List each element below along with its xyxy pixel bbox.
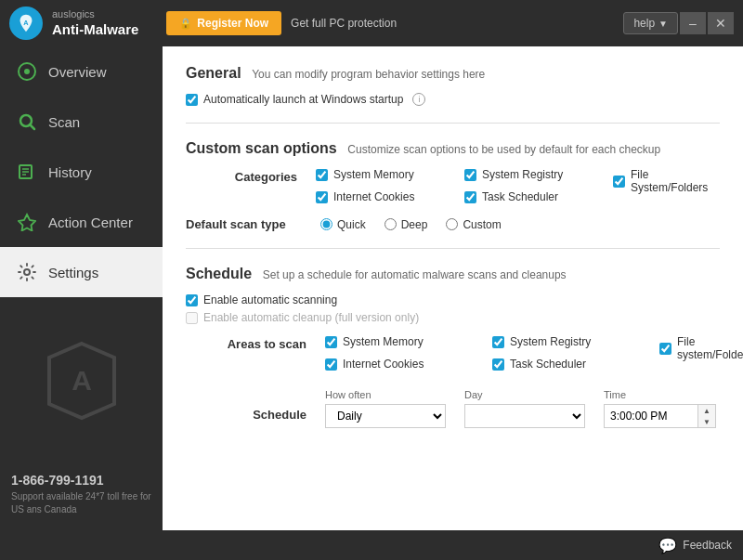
area-system-memory: System Memory — [325, 335, 474, 348]
system-memory-checkbox[interactable] — [316, 169, 328, 181]
area-internet-cookies-checkbox[interactable] — [325, 358, 337, 371]
areas-to-scan-row: Areas to scan System Memory Internet Coo… — [186, 335, 720, 375]
area-task-scheduler-label: Task Scheduler — [510, 358, 586, 371]
schedule-fields: How often Daily Weekly Monthly Day — [325, 389, 716, 428]
auto-launch-checkbox[interactable] — [186, 94, 198, 106]
area-system-registry-checkbox[interactable] — [492, 336, 504, 348]
sidebar-label-history: History — [48, 164, 92, 180]
brand-label: auslogics — [52, 8, 138, 20]
enable-cleanup-checkbox[interactable] — [186, 312, 198, 324]
area-task-scheduler-checkbox[interactable] — [492, 358, 504, 371]
custom-scan-desc: Customize scan options to be used by def… — [347, 143, 660, 156]
help-button[interactable]: help ▼ — [623, 12, 678, 34]
area-system-memory-checkbox[interactable] — [325, 336, 337, 348]
auto-launch-label: Automatically launch at Windows startup — [203, 93, 403, 106]
day-label: Day — [464, 389, 585, 400]
enable-scanning-checkbox[interactable] — [186, 294, 198, 306]
how-often-select[interactable]: Daily Weekly Monthly — [325, 404, 446, 428]
radio-deep-input[interactable] — [385, 218, 397, 230]
sidebar-label-overview: Overview — [48, 64, 107, 80]
scan-type-label: Default scan type — [186, 217, 306, 231]
time-spinners: ▲ ▼ — [697, 405, 715, 427]
radio-quick-input[interactable] — [320, 218, 332, 230]
general-section-header: General You can modify program behavior … — [186, 65, 720, 82]
schedule-title: Schedule — [186, 266, 252, 281]
checkbox-internet-cookies: Internet Cookies — [316, 190, 464, 203]
file-system-checkbox[interactable] — [613, 176, 625, 188]
how-often-field: How often Daily Weekly Monthly — [325, 389, 446, 428]
radio-custom-label: Custom — [463, 218, 501, 231]
action-center-icon — [17, 212, 37, 232]
how-often-label: How often — [325, 389, 446, 400]
area-file-system-checkbox[interactable] — [659, 343, 671, 355]
checkbox-system-registry: System Registry — [464, 168, 613, 181]
schedule-label: Schedule — [186, 389, 306, 422]
chevron-down-icon: ▼ — [658, 19, 668, 29]
svg-text:A: A — [72, 365, 92, 396]
file-system-label: File System/Folders — [631, 168, 720, 194]
divider-1 — [186, 123, 720, 124]
time-field: Time ▲ ▼ — [604, 389, 716, 428]
enable-scanning-row: Enable automatic scanning — [186, 293, 720, 306]
product-label: Anti-Malware — [52, 21, 138, 38]
system-registry-checkbox[interactable] — [464, 169, 476, 181]
svg-text:A: A — [23, 19, 29, 27]
enable-cleanup-label: Enable automatic cleanup (full version o… — [203, 311, 419, 324]
enable-cleanup-row: Enable automatic cleanup (full version o… — [186, 311, 720, 324]
overview-icon — [17, 61, 37, 82]
sidebar-label-scan: Scan — [48, 114, 80, 130]
scan-type-row: Default scan type Quick Deep Custom — [186, 217, 720, 231]
radio-custom-input[interactable] — [446, 218, 458, 230]
time-up-button[interactable]: ▲ — [698, 405, 715, 416]
system-registry-label: System Registry — [482, 168, 563, 181]
schedule-section-header: Schedule Set up a schedule for automatic… — [186, 266, 720, 282]
phone-section: 1-866-799-1191 Support available 24*7 to… — [0, 463, 163, 530]
areas-col2: System Registry Task Scheduler — [492, 335, 641, 375]
radio-quick: Quick — [320, 218, 366, 231]
enable-scanning-label: Enable automatic scanning — [203, 293, 337, 306]
svg-point-7 — [24, 269, 30, 275]
close-button[interactable]: ✕ — [708, 12, 734, 34]
areas-col1: System Memory Internet Cookies — [325, 335, 474, 375]
radio-deep-label: Deep — [401, 218, 428, 231]
app-window: A auslogics Anti-Malware 🔒 Register Now … — [0, 0, 743, 560]
info-icon[interactable]: i — [412, 93, 425, 106]
sidebar-item-settings[interactable]: Settings — [0, 247, 163, 297]
bottom-bar: 💬 Feedback — [0, 530, 743, 560]
day-select[interactable] — [464, 404, 585, 428]
time-down-button[interactable]: ▼ — [698, 416, 715, 427]
app-name-block: auslogics Anti-Malware — [52, 8, 138, 37]
feedback-button[interactable]: 💬 Feedback — [658, 537, 732, 554]
titlebar: A auslogics Anti-Malware 🔒 Register Now … — [0, 0, 743, 46]
sidebar-logo: A — [40, 339, 124, 423]
schedule-fields-row: Schedule How often Daily Weekly Monthly … — [186, 389, 720, 428]
register-button[interactable]: 🔒 Register Now — [166, 11, 281, 35]
area-system-registry-label: System Registry — [510, 335, 591, 348]
categories-col1: System Memory Internet Cookies — [316, 168, 464, 208]
sidebar-item-action-center[interactable]: Action Center — [0, 197, 163, 247]
area-system-memory-label: System Memory — [343, 335, 424, 348]
general-title: General — [186, 65, 241, 81]
get-full-label: Get full PC protection — [291, 17, 397, 30]
minimize-button[interactable]: – — [680, 12, 706, 34]
area-task-scheduler: Task Scheduler — [492, 358, 641, 371]
sidebar-item-history[interactable]: History — [0, 147, 163, 197]
svg-line-2 — [30, 124, 34, 129]
area-file-system-label: File system/Folders — [677, 335, 743, 361]
day-field: Day — [464, 389, 585, 428]
internet-cookies-label: Internet Cookies — [333, 190, 414, 203]
internet-cookies-checkbox[interactable] — [316, 191, 328, 203]
time-input[interactable] — [605, 406, 697, 426]
task-scheduler-checkbox[interactable] — [464, 191, 476, 203]
settings-icon — [17, 262, 37, 282]
auto-launch-row: Automatically launch at Windows startup … — [186, 93, 720, 106]
sidebar-label-action-center: Action Center — [48, 215, 133, 230]
sidebar-item-overview[interactable]: Overview — [0, 46, 163, 97]
checkbox-file-system: File System/Folders — [613, 168, 720, 194]
area-file-system: File system/Folders — [659, 335, 743, 361]
content-area: General You can modify program behavior … — [163, 46, 743, 530]
sidebar-item-scan[interactable]: Scan — [0, 97, 163, 147]
scan-type-radio-group: Quick Deep Custom — [320, 218, 502, 231]
area-internet-cookies-label: Internet Cookies — [343, 358, 424, 371]
feedback-icon: 💬 — [658, 537, 677, 554]
